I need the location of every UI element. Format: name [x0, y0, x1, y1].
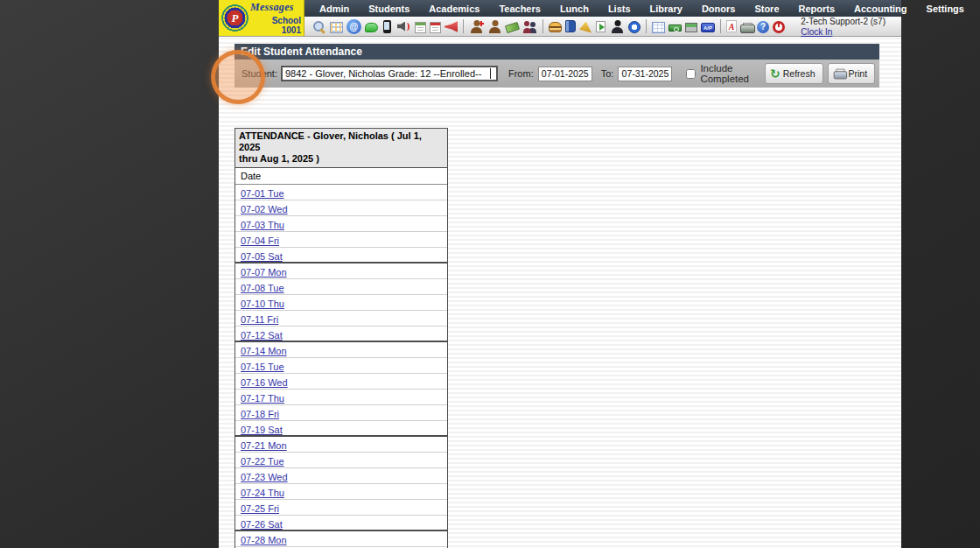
attendance-row: 07-25 Fri	[235, 500, 447, 516]
search-icon[interactable]	[312, 19, 326, 34]
phone-icon[interactable]	[383, 20, 391, 33]
attendance-row: 07-18 Fri	[235, 405, 447, 421]
attendance-row: 07-22 Tue	[235, 453, 447, 468]
date-link-07-11-fri[interactable]: 07-11 Fri	[241, 314, 278, 325]
megaphone-icon[interactable]	[444, 21, 458, 33]
logged-in-user: 2-Tech Support-2 (s7)	[801, 18, 886, 26]
to-label: To:	[601, 68, 614, 79]
main-nav: AdminStudentsAcademicsTeachersLunchLists…	[219, 0, 901, 17]
date-link-07-19-sat[interactable]: 07-19 Sat	[241, 425, 283, 435]
date-link-07-24-thu[interactable]: 07-24 Thu	[241, 488, 284, 498]
attendance-row: 07-19 Sat	[235, 421, 447, 437]
nav-item-academics[interactable]: Academics	[419, 4, 489, 14]
include-completed-label[interactable]: Include Completed	[700, 63, 749, 84]
printer-icon[interactable]	[740, 23, 753, 33]
date-link-07-03-thu[interactable]: 07-03 Thu	[241, 220, 284, 230]
date-link-07-15-tue[interactable]: 07-15 Tue	[241, 362, 284, 372]
calendar-red-icon[interactable]	[430, 22, 441, 33]
email-at-icon[interactable]	[346, 19, 361, 34]
ticket-icon[interactable]	[505, 22, 520, 33]
user-info: 2-Tech Support-2 (s7) Clock In	[801, 18, 886, 37]
attendance-row: 07-03 Thu	[235, 216, 447, 232]
speaker-icon[interactable]	[396, 19, 411, 34]
nav-item-lunch[interactable]: Lunch	[550, 4, 598, 14]
person-add-icon[interactable]	[469, 19, 484, 34]
date-link-07-16-wed[interactable]: 07-16 Wed	[241, 377, 288, 388]
nav-item-admin[interactable]: Admin	[310, 4, 359, 14]
grid-icon[interactable]	[652, 22, 665, 33]
date-link-07-21-mon[interactable]: 07-21 Mon	[241, 440, 287, 451]
nav-item-accounting[interactable]: Accounting	[844, 4, 917, 14]
attendance-row: 07-02 Wed	[235, 200, 447, 216]
date-link-07-08-tue[interactable]: 07-08 Tue	[241, 283, 284, 293]
nav-item-settings[interactable]: Settings	[917, 4, 974, 14]
staff-icon[interactable]	[610, 19, 625, 34]
attendance-row: 07-16 Wed	[235, 374, 447, 390]
calendar-green-icon[interactable]	[415, 22, 426, 33]
date-link-07-05-sat[interactable]: 07-05 Sat	[241, 251, 283, 262]
edit-attendance-panel: Edit Student Attendance Student: From: T…	[234, 44, 879, 88]
from-label: From:	[508, 68, 534, 79]
nav-item-library[interactable]: Library	[640, 4, 692, 14]
date-link-07-22-tue[interactable]: 07-22 Tue	[241, 456, 284, 467]
refresh-button[interactable]: ↻ Refresh	[765, 63, 823, 84]
logo-badge-icon	[221, 4, 248, 32]
date-link-07-14-mon[interactable]: 07-14 Mon	[241, 346, 287, 356]
date-link-07-18-fri[interactable]: 07-18 Fri	[241, 409, 279, 419]
attendance-row: 07-04 Fri	[235, 232, 447, 248]
clock-icon[interactable]	[628, 21, 640, 33]
book-icon[interactable]	[565, 20, 576, 32]
attendance-row: 07-05 Sat	[235, 248, 447, 263]
calendar-grid-icon[interactable]	[330, 22, 343, 33]
print-button[interactable]: Print	[828, 63, 876, 84]
date-link-07-01-tue[interactable]: 07-01 Tue	[241, 188, 284, 199]
app-logo: Messages School 1001	[219, 0, 304, 36]
bell-icon[interactable]	[579, 22, 592, 33]
attendance-row: 07-26 Sat	[235, 516, 447, 531]
include-completed-checkbox[interactable]	[686, 69, 696, 79]
people-icon[interactable]	[522, 19, 537, 34]
student-input[interactable]	[281, 66, 498, 81]
lunch-icon[interactable]	[549, 22, 562, 32]
nav-item-teachers[interactable]: Teachers	[489, 4, 550, 14]
date-link-07-26-sat[interactable]: 07-26 Sat	[241, 519, 283, 530]
attendance-row: 07-17 Thu	[235, 390, 447, 405]
text-caret	[490, 68, 491, 79]
nav-item-lists[interactable]: Lists	[598, 4, 640, 14]
date-column-header: Date	[235, 168, 447, 185]
power-icon[interactable]	[773, 21, 785, 33]
date-link-07-04-fri[interactable]: 07-04 Fri	[241, 235, 279, 246]
date-link-07-10-thu[interactable]: 07-10 Thu	[241, 299, 284, 309]
clock-in-link[interactable]: Clock In	[801, 28, 832, 37]
from-date-input[interactable]	[538, 67, 592, 81]
nav-item-ts[interactable]: TS	[974, 4, 980, 14]
nav-item-donors[interactable]: Donors	[692, 4, 746, 14]
attendance-table-title: ATTENDANCE - Glover, Nicholas ( Jul 1, 2…	[235, 129, 447, 168]
nav-item-students[interactable]: Students	[359, 4, 419, 14]
brand-name: Messages	[250, 1, 301, 14]
person-icon[interactable]	[487, 19, 502, 34]
date-link-07-17-thu[interactable]: 07-17 Thu	[241, 393, 284, 404]
register-icon[interactable]	[685, 23, 697, 32]
date-link-07-12-sat[interactable]: 07-12 Sat	[241, 330, 283, 341]
date-link-07-25-fri[interactable]: 07-25 Fri	[241, 503, 279, 514]
filter-bar: Student: From: To: Include Completed ↻ R…	[234, 60, 879, 88]
cash-icon[interactable]	[668, 25, 682, 32]
help-icon[interactable]	[757, 21, 769, 33]
toolbar-separator	[463, 19, 464, 33]
date-link-07-28-mon[interactable]: 07-28 Mon	[241, 535, 287, 545]
date-link-07-23-wed[interactable]: 07-23 Wed	[241, 472, 288, 482]
date-link-07-02-wed[interactable]: 07-02 Wed	[241, 204, 288, 214]
nav-item-store[interactable]: Store	[745, 4, 788, 14]
ap-icon[interactable]	[701, 23, 715, 32]
date-link-07-07-mon[interactable]: 07-07 Mon	[241, 267, 287, 278]
send-icon[interactable]	[596, 21, 606, 32]
app-page: AdminStudentsAcademicsTeachersLunchLists…	[219, 0, 901, 548]
sms-icon[interactable]	[365, 23, 378, 32]
attendance-row: 07-08 Tue	[235, 279, 447, 295]
pdf-icon[interactable]	[726, 20, 737, 32]
to-date-input[interactable]	[618, 67, 672, 81]
nav-item-reports[interactable]: Reports	[789, 4, 845, 14]
icon-toolbar: 2-Tech Support-2 (s7) Clock In	[219, 17, 901, 37]
attendance-row: 07-01 Tue	[235, 185, 447, 200]
